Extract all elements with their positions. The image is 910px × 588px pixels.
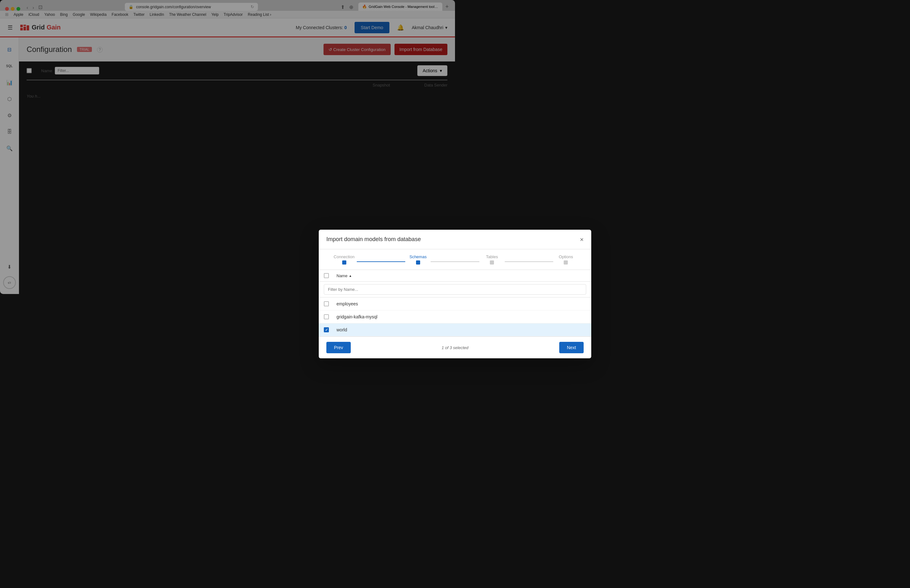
step-schemas: Schemas [405,254,431,265]
schema-filter-row [319,282,455,294]
stepper: Connection Schemas Tables [319,249,455,270]
schema-select-all-checkbox[interactable] [324,273,329,278]
step-connection: Connection [331,254,357,265]
sort-ascending-icon[interactable]: ▲ [349,274,352,278]
step-line-2 [431,262,455,262]
modal-dialog: Import domain models from database × Con… [319,230,455,294]
schema-list-header: Name ▲ [319,270,455,282]
schema-name-col-header: Name ▲ [336,273,455,278]
step-connection-label: Connection [334,254,354,259]
header-checkbox-col [324,273,336,278]
schema-col-name-label: Name [336,273,348,278]
modal-header: Import domain models from database × [319,230,455,249]
step-schemas-label: Schemas [409,254,427,259]
step-connection-dot [342,260,346,265]
modal-overlay: Import domain models from database × Con… [0,0,455,294]
schema-filter-input[interactable] [324,284,455,294]
modal-title: Import domain models from database [327,236,421,243]
schema-list: Name ▲ employees [319,270,455,294]
step-line-1 [357,262,405,262]
step-schemas-dot [416,260,420,265]
